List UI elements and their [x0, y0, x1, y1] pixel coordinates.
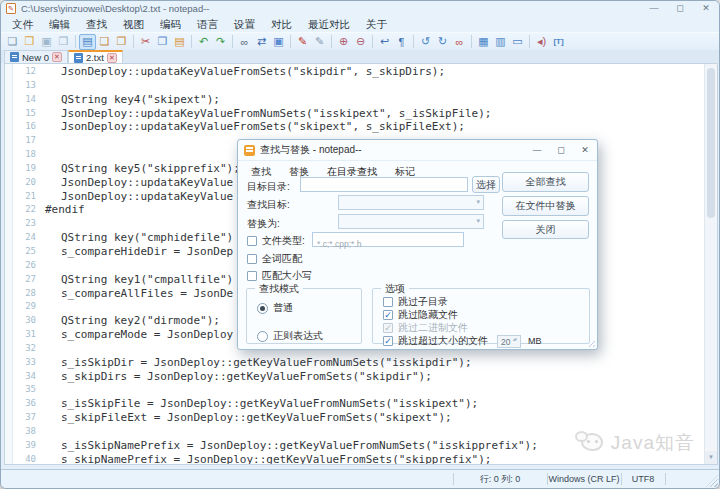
monitor-icon[interactable]: ▭ — [509, 34, 526, 50]
undo-icon[interactable]: ↶ — [195, 34, 212, 50]
speaker-icon[interactable]: ◂) — [533, 34, 550, 50]
match-case-checkbox[interactable] — [247, 271, 257, 281]
code-text: s_compareAllFiles = JsonDe — [45, 287, 233, 301]
zoom-out-icon[interactable]: ⊖ — [352, 34, 369, 50]
line-number: 26 — [14, 259, 36, 273]
file-type-checkbox[interactable] — [247, 236, 257, 246]
code-line: 15JsonDeploy::updataKeyValueFromNumSets(… — [14, 107, 703, 121]
replace-label: 替换为: — [247, 217, 280, 231]
replace-in-files-button[interactable]: 在文件中替换 — [502, 196, 589, 216]
word-wrap-icon[interactable]: ↩ — [376, 34, 393, 50]
close-button[interactable]: 关闭 — [502, 220, 589, 239]
menu-item-5[interactable]: 语言 — [189, 16, 226, 32]
compare-icon[interactable]: ∞ — [451, 34, 468, 50]
bookmark-margin — [5, 64, 13, 464]
line-number: 12 — [14, 65, 36, 79]
menu-item-8[interactable]: 最近对比 — [300, 16, 358, 32]
replace-combobox[interactable] — [338, 214, 484, 229]
zoom-in-icon[interactable]: ⊕ — [335, 34, 352, 50]
toolbar-separator — [471, 35, 472, 48]
code-text: #endif — [45, 203, 85, 217]
line-number: 35 — [14, 383, 36, 397]
dialog-close-icon[interactable]: ✕ — [573, 140, 597, 160]
code-text: JsonDeploy::updataKeyValue — [45, 176, 233, 190]
tab-new-0[interactable]: New 0✕ — [4, 50, 68, 63]
radio-icon[interactable] — [257, 331, 268, 342]
find-mode-option-0[interactable]: 普通 — [257, 301, 371, 315]
code-text: s_compareHideDir = JsonDep — [45, 245, 233, 259]
toolbar: ❏❒▣❐▤❏❐✂❐▤↶↷∞⇄▣✎✎⊕⊖↩¶↺↻∞▦▥▭◂)[T] — [1, 32, 719, 50]
close-all-icon[interactable]: ❐ — [113, 34, 130, 50]
find-mode-option-1[interactable]: 正则表达式 — [257, 329, 371, 343]
find-combobox[interactable] — [338, 195, 484, 210]
menu-item-4[interactable]: 编码 — [152, 16, 189, 32]
open-folder-icon[interactable]: ❒ — [21, 34, 38, 50]
whole-word-row: 全词匹配 — [247, 252, 302, 266]
code-line: 36s_isSkipFile = JsonDeploy::getKeyValue… — [14, 397, 703, 411]
target-dir-label: 目标目录: — [247, 180, 290, 194]
resize-grip[interactable] — [706, 475, 718, 487]
paste-icon[interactable]: ▤ — [171, 34, 188, 50]
copy-icon[interactable]: ❐ — [154, 34, 171, 50]
code-text: s_skipNamePrefix = JsonDeploy::getKeyVal… — [45, 453, 491, 465]
save-icon[interactable]: ▣ — [38, 34, 55, 50]
menu-item-3[interactable]: 视图 — [115, 16, 152, 32]
target-dir-input[interactable] — [300, 177, 468, 192]
mark-icon[interactable]: ▣ — [270, 34, 287, 50]
toolbar-separator — [75, 35, 76, 48]
checkbox-icon[interactable] — [383, 336, 393, 346]
close-icon[interactable]: ✕ — [693, 1, 719, 16]
file-size-spinner[interactable]: 20 — [497, 335, 521, 348]
checkbox-label: 跳过子目录 — [398, 295, 448, 309]
dialog-maximize-icon[interactable]: ◻ — [549, 140, 573, 160]
dialog-title-bar[interactable]: 查找与替换 - notepad-- — ◻ ✕ — [238, 140, 597, 161]
line-number: 37 — [14, 411, 36, 425]
find-icon[interactable]: ∞ — [236, 34, 253, 50]
scroll-down-icon[interactable]: ▼ — [705, 451, 717, 464]
radio-label: 正则表达式 — [273, 329, 323, 343]
save-all-icon[interactable]: ❐ — [55, 34, 72, 50]
radio-icon[interactable] — [257, 303, 268, 314]
cut-icon[interactable]: ✂ — [137, 34, 154, 50]
tab-close-icon[interactable]: ✕ — [107, 53, 117, 63]
menu-item-9[interactable]: 关于 — [358, 16, 395, 32]
vertical-scrollbar[interactable]: ▼ — [704, 64, 717, 464]
select-dir-button[interactable]: 选择 — [472, 176, 500, 193]
minimize-icon[interactable]: — — [641, 1, 667, 16]
back-icon[interactable]: ↺ — [417, 34, 434, 50]
match-case-label: 匹配大小写 — [262, 269, 312, 283]
option-row-1: 跳过隐藏文件 — [383, 308, 458, 322]
new-file-icon[interactable]: ❏ — [4, 34, 21, 50]
checkbox-icon[interactable] — [383, 297, 393, 307]
text-token-icon[interactable]: [T] — [550, 34, 567, 50]
menu-item-1[interactable]: 编辑 — [41, 16, 78, 32]
dialog-minimize-icon[interactable]: — — [525, 140, 549, 160]
checkbox-label: 跳过二进制文件 — [398, 321, 468, 335]
close-file-icon[interactable]: ❏ — [96, 34, 113, 50]
menu-item-0[interactable]: 文件 — [4, 16, 41, 32]
format-pen-icon[interactable]: ✎ — [294, 34, 311, 50]
forward-icon[interactable]: ↻ — [434, 34, 451, 50]
replace-icon[interactable]: ⇄ — [253, 34, 270, 50]
column-mode-icon[interactable]: ▥ — [492, 34, 509, 50]
find-mode-group: 查找模式 普通正则表达式 — [246, 288, 362, 344]
menu-bar: 文件编辑查找视图编码语言设置对比最近对比关于 — [1, 16, 719, 32]
file-type-input[interactable]: *.c;*.cpp;*.h — [312, 232, 464, 247]
clear-format-icon[interactable]: ✎ — [311, 34, 328, 50]
save-as-icon[interactable]: ▤ — [79, 34, 96, 50]
show-symbol-icon[interactable]: ¶ — [393, 34, 410, 50]
tab-2.txt[interactable]: 2.txt✕ — [68, 50, 123, 63]
maximize-icon[interactable]: ◻ — [667, 1, 693, 16]
menu-item-6[interactable]: 设置 — [226, 16, 263, 32]
checkbox-icon[interactable] — [383, 310, 393, 320]
code-line: 34s_skipDirs = JsonDeploy::getKeyValueFr… — [14, 370, 703, 384]
find-all-button[interactable]: 全部查找 — [502, 172, 589, 192]
scrollbar-thumb[interactable] — [707, 68, 715, 218]
tab-close-icon[interactable]: ✕ — [52, 52, 62, 62]
menu-item-2[interactable]: 查找 — [78, 16, 115, 32]
grid-view-icon[interactable]: ▦ — [475, 34, 492, 50]
redo-icon[interactable]: ↷ — [212, 34, 229, 50]
whole-word-checkbox[interactable] — [247, 254, 257, 264]
menu-item-7[interactable]: 对比 — [263, 16, 300, 32]
code-text: s_isSkipNamePrefix = JsonDeploy::getKeyV… — [45, 439, 538, 453]
